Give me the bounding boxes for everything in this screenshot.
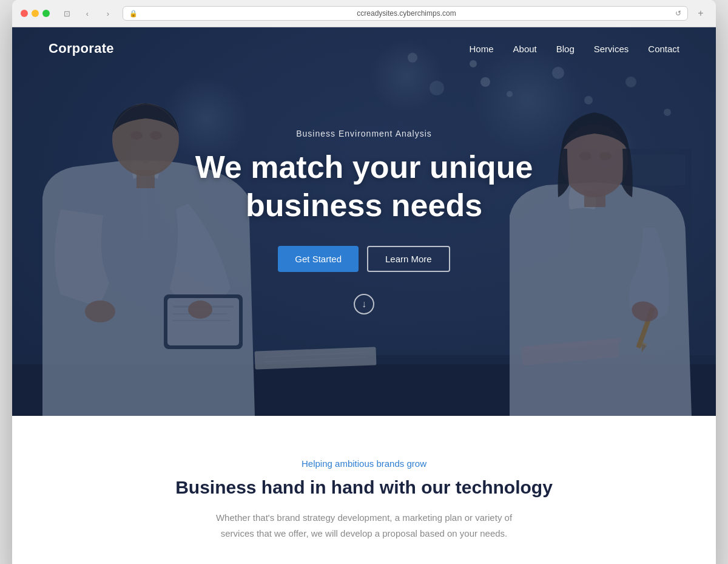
below-fold-section: Helping ambitious brands grow Business h… — [12, 416, 716, 564]
url-text: ccreadysites.cyberchimps.com — [141, 9, 672, 18]
new-tab-button[interactable]: + — [694, 7, 707, 20]
nav-services[interactable]: Services — [594, 44, 629, 54]
site-logo: Corporate — [49, 41, 114, 56]
sidebar-toggle-button[interactable]: ⊡ — [58, 7, 75, 20]
hero-tagline: Business Environment Analysis — [296, 129, 432, 138]
section-title: Business hand in hand with our technolog… — [49, 477, 679, 498]
section-eyebrow: Helping ambitious brands grow — [49, 458, 679, 469]
address-bar[interactable]: 🔒 ccreadysites.cyberchimps.com ↺ — [123, 6, 688, 21]
hero-title: We match your unique business needs — [195, 148, 533, 224]
hero-content: Business Environment Analysis We match y… — [12, 27, 716, 416]
hero-title-line2: business needs — [246, 188, 482, 223]
section-description: Whether that's brand strategy developmen… — [212, 510, 516, 541]
learn-more-button[interactable]: Learn More — [367, 246, 450, 272]
nav-blog[interactable]: Blog — [556, 44, 575, 54]
browser-controls: ⊡ ‹ › — [58, 7, 116, 20]
maximize-button[interactable] — [42, 10, 50, 17]
forward-button[interactable]: › — [99, 7, 116, 20]
hero-section: Business Environment Analysis We match y… — [12, 27, 716, 416]
hero-buttons: Get Started Learn More — [278, 246, 450, 272]
get-started-button[interactable]: Get Started — [278, 246, 359, 272]
nav-about[interactable]: About — [513, 44, 537, 54]
site-content: Corporate Home About Blog Services Conta… — [12, 27, 716, 564]
lock-icon: 🔒 — [129, 10, 138, 18]
close-button[interactable] — [21, 10, 28, 17]
refresh-icon: ↺ — [675, 9, 681, 18]
nav-home[interactable]: Home — [470, 44, 494, 54]
back-button[interactable]: ‹ — [79, 7, 96, 20]
nav-contact[interactable]: Contact — [648, 44, 679, 54]
scroll-down-button[interactable]: ↓ — [354, 294, 374, 314]
browser-window: ⊡ ‹ › 🔒 ccreadysites.cyberchimps.com ↺ +… — [12, 0, 716, 564]
site-nav: Home About Blog Services Contact — [470, 44, 679, 54]
browser-toolbar: ⊡ ‹ › 🔒 ccreadysites.cyberchimps.com ↺ + — [12, 0, 716, 27]
minimize-button[interactable] — [32, 10, 39, 17]
hero-wrapper: Corporate Home About Blog Services Conta… — [12, 27, 716, 416]
site-header: Corporate Home About Blog Services Conta… — [12, 27, 716, 70]
hero-title-line1: We match your unique — [195, 149, 533, 185]
traffic-lights — [21, 10, 50, 17]
